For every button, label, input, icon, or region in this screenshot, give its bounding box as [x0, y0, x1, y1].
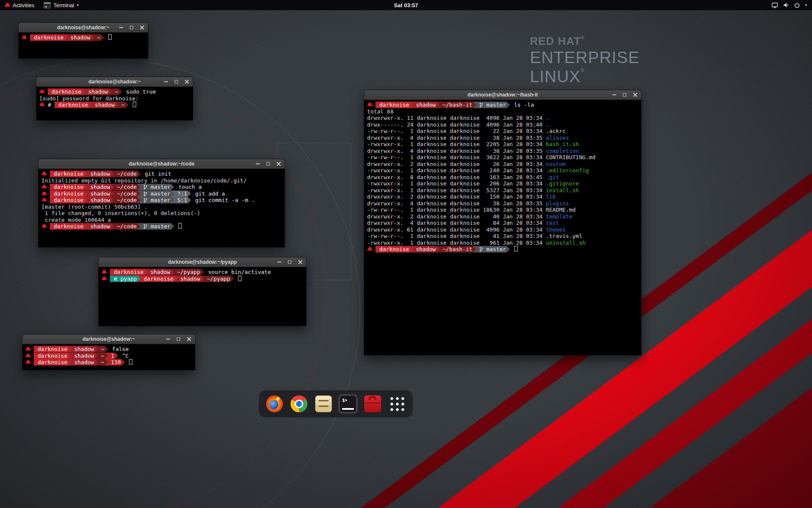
- chevron-down-icon: ▾: [77, 3, 79, 7]
- window-titlebar[interactable]: darknoise@shadow:~/bash-it: [364, 90, 641, 100]
- screen-icon: [771, 2, 778, 8]
- close-button[interactable]: [298, 260, 303, 265]
- terminal-cursor: [238, 276, 241, 281]
- terminal-content[interactable]: darknoiseshadow~ falsedarknoiseshadow~1 …: [22, 344, 195, 370]
- firefox-icon: [266, 395, 283, 412]
- window-title: darknoise@shadow:~: [82, 336, 135, 342]
- terminal-icon: [44, 2, 51, 8]
- window-home-1: darknoise@shadow:~ darknoiseshadow~: [18, 22, 148, 59]
- dock-item-toolbox[interactable]: [363, 394, 382, 414]
- maximize-button[interactable]: [174, 79, 179, 84]
- minimize-button[interactable]: [277, 260, 282, 265]
- terminal-content[interactable]: darknoiseshadow~/bash-it master ls -lato…: [364, 100, 641, 355]
- redhat-prompt-icon: [40, 89, 45, 94]
- activities-button[interactable]: Activities: [0, 0, 39, 10]
- terminal-cursor: [133, 102, 136, 107]
- brand-line-2: ENTERPRISE: [530, 49, 639, 66]
- redhat-prompt-icon: [26, 360, 31, 364]
- redhat-prompt-icon: [368, 102, 373, 107]
- window-home-sudo: darknoise@shadow:~ darknoiseshadow~ sudo…: [36, 77, 193, 121]
- window-title: darknoise@shadow:~: [57, 25, 110, 30]
- dock-item-terminal[interactable]: $>: [338, 394, 358, 414]
- brand-line-1: RED HAT®: [530, 36, 639, 47]
- window-pyapp: darknoise@shadow:~/pyapp darknoiseshadow…: [98, 257, 307, 326]
- files-icon: [315, 395, 332, 412]
- maximize-button[interactable]: [266, 161, 271, 166]
- redhat-prompt-icon: [26, 353, 31, 358]
- chrome-icon: [291, 395, 307, 412]
- terminal-content[interactable]: darknoiseshadow~/code git initInitialize…: [38, 169, 285, 247]
- close-button[interactable]: [187, 337, 192, 342]
- window-titlebar[interactable]: darknoise@shadow:~/pyapp: [99, 257, 306, 267]
- dock: $>: [259, 390, 413, 417]
- minimize-button[interactable]: [255, 161, 260, 166]
- dock-item-chrome[interactable]: [289, 394, 309, 414]
- close-button[interactable]: [276, 161, 281, 166]
- minimize-button[interactable]: [612, 92, 617, 97]
- toolbox-icon: [364, 395, 381, 412]
- terminal-cursor: [108, 34, 112, 40]
- terminal-content[interactable]: darknoiseshadow~/pyapp source bin/activa…: [99, 267, 306, 326]
- redhat-prompt-icon: [42, 185, 47, 189]
- window-title: darknoise@shadow:~: [88, 79, 141, 85]
- app-grid-icon: [389, 396, 406, 412]
- app-menu-label: Terminal: [53, 2, 74, 8]
- redhat-prompt-icon: [102, 276, 107, 281]
- system-status-area[interactable]: ▾: [771, 2, 812, 8]
- redhat-prompt-icon: [26, 347, 31, 351]
- maximize-button[interactable]: [129, 25, 134, 30]
- desktop: RED HAT® ENTERPRISE LINUX® Activities Te…: [0, 0, 812, 508]
- close-button[interactable]: [184, 79, 189, 84]
- terminal-cursor: [129, 359, 132, 364]
- redhat-prompt-icon: [40, 102, 45, 107]
- window-title: darknoise@shadow:~/pyapp: [168, 259, 237, 265]
- redhat-prompt-icon: [42, 198, 47, 202]
- dock-item-app-grid[interactable]: [387, 394, 407, 414]
- activities-label: Activities: [13, 2, 34, 8]
- minimize-button[interactable]: [163, 79, 168, 84]
- redhat-prompt-icon: [102, 270, 107, 274]
- minimize-button[interactable]: [165, 337, 170, 342]
- close-button[interactable]: [140, 25, 145, 30]
- maximize-button[interactable]: [622, 92, 627, 97]
- redhat-logo-icon: [5, 3, 10, 8]
- window-titlebar[interactable]: darknoise@shadow:~: [36, 77, 193, 87]
- terminal-cursor: [514, 246, 518, 251]
- dock-item-firefox[interactable]: [265, 394, 284, 414]
- rhel-wordmark: RED HAT® ENTERPRISE LINUX®: [530, 36, 639, 85]
- window-home-exit: darknoise@shadow:~ darknoiseshadow~ fals…: [22, 334, 195, 370]
- redhat-prompt-icon: [42, 171, 47, 176]
- terminal-app-icon: $>: [340, 395, 357, 412]
- terminal-content[interactable]: darknoiseshadow~: [19, 33, 148, 58]
- brand-line-3: LINUX®: [530, 68, 639, 85]
- window-title: darknoise@shadow:~/code: [129, 161, 194, 167]
- top-bar: Activities Terminal ▾ Sat 03:57 ▾: [0, 0, 812, 10]
- clock[interactable]: Sat 03:57: [394, 2, 418, 8]
- close-button[interactable]: [633, 92, 638, 97]
- window-bash-it: darknoise@shadow:~/bash-it darknoiseshad…: [364, 90, 642, 356]
- power-icon: [794, 2, 800, 8]
- redhat-prompt-icon: [22, 35, 27, 39]
- window-code: darknoise@shadow:~/code darknoiseshadow~…: [38, 159, 285, 248]
- minimize-button[interactable]: [118, 25, 123, 30]
- redhat-prompt-icon: [42, 191, 47, 196]
- maximize-button[interactable]: [176, 337, 181, 342]
- terminal-cursor: [178, 223, 182, 229]
- window-title: darknoise@shadow:~/bash-it: [467, 92, 538, 98]
- window-titlebar[interactable]: darknoise@shadow:~: [19, 23, 148, 33]
- volume-icon: [783, 2, 789, 8]
- window-titlebar[interactable]: darknoise@shadow:~/code: [38, 159, 285, 169]
- redhat-prompt-icon: [368, 247, 373, 251]
- redhat-prompt-icon: [42, 224, 47, 228]
- maximize-button[interactable]: [287, 260, 292, 265]
- dock-item-files[interactable]: [314, 394, 333, 414]
- app-menu-terminal[interactable]: Terminal ▾: [39, 0, 83, 10]
- terminal-content[interactable]: darknoiseshadow~ sudo true[sudo] passwor…: [36, 87, 193, 120]
- chevron-down-icon: ▾: [805, 3, 807, 7]
- window-titlebar[interactable]: darknoise@shadow:~: [22, 334, 195, 344]
